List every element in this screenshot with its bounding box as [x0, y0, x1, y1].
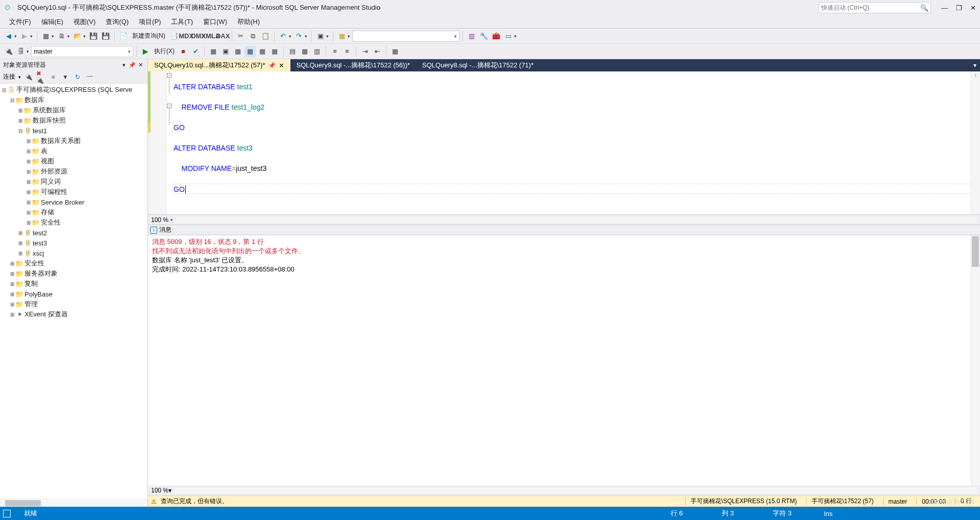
tree-node[interactable]: ⊞📁视图 — [0, 156, 148, 166]
undo-button[interactable]: ↶ — [278, 31, 289, 42]
outdent-button[interactable]: ⇤ — [372, 46, 383, 57]
expand-icon[interactable]: ⊞ — [9, 281, 15, 287]
collapse-icon[interactable]: ⊟ — [9, 97, 15, 103]
tree-node[interactable]: ⊞📁可编程性 — [0, 187, 148, 197]
results-file-button[interactable]: ▥ — [311, 46, 323, 57]
tree-node[interactable]: ⊞📁同义词 — [0, 177, 148, 187]
drop-icon[interactable]: ▾ — [83, 34, 86, 39]
expand-icon[interactable]: ⊞ — [17, 230, 23, 236]
horizontal-scrollbar[interactable] — [175, 487, 977, 493]
stop-icon[interactable]: ■ — [48, 72, 58, 82]
tree-node[interactable]: ⊞📁管理 — [0, 299, 148, 309]
expand-icon[interactable]: ⊞ — [26, 189, 32, 195]
new-query-icon[interactable]: 📄 — [118, 31, 129, 42]
connect-drop-icon[interactable]: ▾ — [18, 75, 21, 80]
close-icon[interactable]: ✕ — [279, 62, 284, 69]
tab-overflow-icon[interactable]: ▾ — [970, 59, 980, 71]
new-file-button[interactable]: 🗎 — [56, 31, 67, 42]
tree-databases-node[interactable]: ⊟📁数据库 — [0, 95, 148, 105]
refresh-icon[interactable]: ↻ — [73, 72, 82, 82]
chevron-down-icon[interactable]: ▾ — [168, 487, 172, 494]
window-position-icon[interactable]: ▾ — [120, 62, 128, 68]
scroll-thumb[interactable] — [972, 236, 979, 267]
tree-db-node[interactable]: ⊞🛢test2 — [0, 228, 148, 238]
tree-node[interactable]: ⊞📁PolyBase — [0, 289, 148, 299]
tree-server-node[interactable]: ⊟🗄手可摘棉花\SQLEXPRESS (SQL Serve — [0, 85, 148, 95]
expand-icon[interactable]: ⊞ — [9, 271, 15, 277]
tree-db-node[interactable]: ⊞🛢test3 — [0, 238, 148, 248]
messages-tab[interactable]: 消息 — [159, 226, 172, 234]
new-project-button[interactable]: ▦ — [40, 31, 52, 42]
engine-query-button[interactable]: 📑 — [168, 31, 180, 42]
menu-window[interactable]: 窗口(W) — [199, 16, 231, 28]
horizontal-scrollbar[interactable] — [176, 217, 977, 223]
uncomment-button[interactable]: ≡ — [341, 46, 353, 57]
save-all-button[interactable]: 💾 — [100, 31, 111, 42]
new-query-button[interactable]: 新建查询(N) — [130, 32, 167, 40]
tree-node[interactable]: ⊞📁数据库关系图 — [0, 136, 148, 146]
mdx-button[interactable]: MDX — [181, 31, 192, 42]
intellisense-button[interactable]: ▦ — [232, 46, 243, 57]
tree-db-node[interactable]: ⊞🛢xscj — [0, 248, 148, 258]
redo-button[interactable]: ↷ — [293, 31, 305, 42]
expand-icon[interactable]: ⊞ — [17, 108, 23, 113]
specify-values-button[interactable]: ▦ — [389, 46, 401, 57]
split-icon[interactable]: ↕ — [974, 72, 977, 78]
horizontal-scrollbar[interactable] — [0, 499, 148, 507]
drop-icon[interactable]: ▾ — [514, 34, 517, 39]
estimated-plan-button[interactable]: ▦ — [208, 46, 219, 57]
code-scrollbar[interactable]: ↕ — [971, 71, 980, 214]
tree-node[interactable]: ⊞📁Service Broker — [0, 197, 148, 207]
tree-node[interactable]: ⊞📁安全性 — [0, 217, 148, 228]
find-button[interactable]: ▦ — [336, 31, 348, 42]
quick-launch-input[interactable] — [821, 4, 920, 11]
copy-button[interactable]: ⧉ — [248, 31, 259, 42]
object-tree[interactable]: ⊟🗄手可摘棉花\SQLEXPRESS (SQL Serve ⊟📁数据库 ⊞📁系统… — [0, 84, 148, 499]
pin-icon[interactable]: 📌 — [128, 62, 136, 68]
connect-label[interactable]: 连接 — [3, 72, 15, 81]
registered-servers-button[interactable]: ▥ — [466, 31, 477, 42]
pin-icon[interactable]: 📌 — [268, 62, 276, 69]
drop-icon[interactable]: ▾ — [27, 49, 29, 54]
tree-node[interactable]: ⊞📁外部资源 — [0, 166, 148, 177]
zoom-value[interactable]: 100 % — [151, 216, 168, 224]
quick-launch[interactable]: 🔍 — [819, 2, 931, 13]
expand-icon[interactable]: ⊞ — [26, 210, 32, 215]
available-db-icon[interactable]: 🗄 — [15, 46, 27, 57]
expand-icon[interactable]: ⊞ — [26, 169, 32, 175]
tab-query10[interactable]: SQLQuery10.sql...摘棉花\17522 (57)* 📌 ✕ — [148, 59, 290, 71]
filter-icon[interactable]: ▼ — [61, 72, 70, 82]
tree-node[interactable]: ⊞📁存储 — [0, 207, 148, 217]
tree-node[interactable]: ⊞📁表 — [0, 146, 148, 156]
expand-icon[interactable]: ⊞ — [17, 251, 23, 256]
execute-button[interactable]: 执行(X) — [152, 47, 177, 56]
menu-help[interactable]: 帮助(H) — [233, 16, 264, 28]
properties-button[interactable]: 🔧 — [478, 31, 489, 42]
expand-icon[interactable]: ⊞ — [17, 118, 23, 123]
messages-panel[interactable]: 消息 5009，级别 16，状态 9，第 1 行 找不到或无法初始化语句中列出的… — [148, 235, 980, 485]
connect-icon[interactable]: 🔌 — [24, 72, 33, 82]
database-combo[interactable]: master▾ — [31, 46, 133, 57]
query-options-button[interactable]: ▣ — [220, 46, 231, 57]
drop-icon[interactable]: ▾ — [326, 34, 329, 39]
close-icon[interactable]: ✕ — [136, 62, 144, 68]
search-icon[interactable]: 🔍 — [920, 4, 928, 12]
forward-button[interactable]: ▶ — [19, 31, 30, 42]
change-connection-button[interactable]: 🔌 — [3, 46, 14, 57]
zoom-value[interactable]: 100 % — [151, 487, 168, 494]
stop-button[interactable]: ■ — [178, 46, 189, 57]
back-drop-icon[interactable]: ▾ — [14, 34, 17, 39]
drop-icon[interactable]: ▾ — [305, 34, 307, 39]
client-stats-button[interactable]: ▦ — [269, 46, 280, 57]
comment-button[interactable]: ≡ — [329, 46, 340, 57]
menu-tools[interactable]: 工具(T) — [167, 16, 197, 28]
expand-icon[interactable]: ⊞ — [26, 179, 32, 185]
tab-query9[interactable]: SQLQuery9.sql -...摘棉花\17522 (56))* — [290, 59, 416, 71]
fold-icon[interactable]: − — [167, 104, 172, 108]
open-button[interactable]: 📂 — [72, 31, 83, 42]
collapse-icon[interactable]: ⊟ — [17, 128, 23, 134]
expand-icon[interactable]: ⊞ — [26, 148, 32, 154]
disconnect-icon[interactable]: ✖🔌 — [36, 72, 45, 82]
xmla-button[interactable]: XMLA — [205, 31, 216, 42]
menu-file[interactable]: 文件(F) — [5, 16, 35, 28]
